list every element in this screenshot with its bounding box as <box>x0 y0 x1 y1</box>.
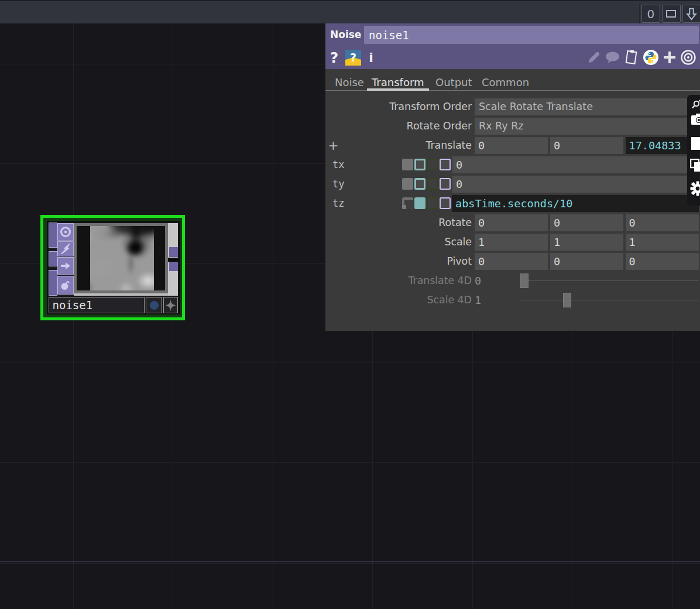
tab-noise[interactable]: Noise <box>335 72 364 92</box>
grid-line <box>0 462 700 463</box>
scale4d-value: 1 <box>475 292 481 309</box>
param-label[interactable]: Translate <box>325 137 472 154</box>
tab-output[interactable]: Output <box>435 72 472 92</box>
copy-parameters-button[interactable] <box>622 46 641 69</box>
help-button[interactable]: ? <box>327 46 342 69</box>
scale4d-slider-track[interactable] <box>520 300 699 301</box>
mode-expression-swatch[interactable] <box>414 159 426 170</box>
pivot-y-field[interactable]: 0 <box>550 253 623 270</box>
info-button[interactable]: i <box>365 46 378 69</box>
camera-icon <box>691 113 700 126</box>
param-label[interactable]: Rotate <box>325 214 472 231</box>
comment-button[interactable] <box>603 46 622 69</box>
mode-export-swatch[interactable] <box>427 159 438 170</box>
add-parameters-button[interactable] <box>660 46 679 69</box>
param-label[interactable]: Pivot <box>325 253 472 270</box>
parameter-dialog-header[interactable]: Noise noise1 ? ? i <box>325 23 700 69</box>
network-origin-line <box>0 563 700 563</box>
python-expressions-button[interactable] <box>642 46 660 69</box>
translate-x-field[interactable]: 0 <box>475 137 548 154</box>
node-cook-flag[interactable] <box>57 241 74 257</box>
mode-expression-swatch[interactable] <box>414 178 426 190</box>
scale-y-field[interactable]: 1 <box>550 234 623 251</box>
operator-name-field[interactable]: noise1 <box>364 26 699 44</box>
field-value: 0 <box>629 255 636 268</box>
tab-common[interactable]: Common <box>482 72 529 92</box>
viewer-rectangle-button[interactable] <box>662 5 681 23</box>
mode-bind-swatch[interactable] <box>440 159 451 170</box>
field-value: 1 <box>554 236 560 248</box>
mode-constant-swatch[interactable] <box>402 178 414 190</box>
bomb-icon <box>59 279 72 292</box>
param-row-rotate-order: Rotate Order Rx Ry Rz <box>325 118 700 135</box>
field-value: 0 <box>456 159 462 171</box>
layered-windows-icon <box>690 159 700 173</box>
side-tool-strip <box>687 95 700 206</box>
node-bypass-flag[interactable] <box>57 257 74 275</box>
node-star-flag[interactable] <box>163 297 178 313</box>
transform-order-menu[interactable]: Scale Rotate Translate <box>475 98 699 115</box>
network-origin-line <box>0 562 700 562</box>
node-viewer-frame[interactable] <box>74 223 168 296</box>
ty-value-field[interactable]: 0 <box>452 176 699 193</box>
camera-button[interactable] <box>691 113 700 126</box>
node-noise1[interactable]: noise1 <box>47 221 180 314</box>
dialog-icon-row: ? ? i <box>325 46 700 69</box>
mode-constant-swatch[interactable] <box>402 197 414 209</box>
rotate-order-menu[interactable]: Rx Ry Rz <box>475 118 699 135</box>
mode-expression-swatch-active[interactable] <box>414 197 426 209</box>
square-button[interactable] <box>691 137 700 150</box>
translate-y-field[interactable]: 0 <box>550 137 623 154</box>
node-lock-flag[interactable] <box>57 276 74 295</box>
menu-value: Scale Rotate Translate <box>479 101 593 112</box>
node-name-field[interactable]: noise1 <box>49 297 145 313</box>
node-display-flag[interactable] <box>146 297 162 313</box>
translate4d-slider-handle[interactable] <box>520 273 529 288</box>
pivot-x-field[interactable]: 0 <box>475 253 548 270</box>
param-row-tz: tz absTime.seconds/10 <box>325 195 700 212</box>
node-input-connector[interactable] <box>49 270 57 296</box>
tx-value-field[interactable]: 0 <box>452 156 699 173</box>
active-tab-underline <box>367 88 429 91</box>
translate4d-slider-track[interactable] <box>521 280 699 282</box>
scale-z-field[interactable]: 1 <box>626 234 699 251</box>
param-label[interactable]: Transform Order <box>325 98 472 115</box>
parameter-target-button[interactable] <box>680 46 697 69</box>
rotate-y-field[interactable]: 0 <box>550 214 623 231</box>
param-label[interactable]: Translate 4D <box>325 272 472 289</box>
mode-constant-swatch[interactable] <box>402 159 414 170</box>
edit-comment-button[interactable] <box>585 46 603 69</box>
down-arrow-button[interactable] <box>682 5 700 23</box>
mode-bind-swatch[interactable] <box>440 178 451 190</box>
rotate-x-field[interactable]: 0 <box>475 214 548 231</box>
node-name-row: noise1 <box>49 297 178 313</box>
node-input-connector[interactable] <box>49 223 57 248</box>
tz-expression-field[interactable]: absTime.seconds/10 <box>452 195 699 212</box>
tab-label: Common <box>482 76 529 88</box>
python-help-button[interactable]: ? <box>345 46 361 69</box>
menu-value: Rx Ry Rz <box>479 120 524 132</box>
field-value: 0 <box>554 139 560 152</box>
node-viewer-flag[interactable] <box>57 223 74 241</box>
scale4d-slider-handle[interactable] <box>563 293 571 307</box>
pivot-z-field[interactable]: 0 <box>626 253 699 270</box>
param-label[interactable]: Rotate Order <box>325 118 472 135</box>
mode-export-swatch[interactable] <box>427 197 438 209</box>
expression-value: absTime.seconds/10 <box>455 197 572 210</box>
layered-windows-button[interactable] <box>690 159 700 173</box>
frame-counter-button[interactable]: 0 <box>641 5 660 23</box>
node-output-connector[interactable] <box>169 247 178 257</box>
gear-button[interactable] <box>690 181 700 196</box>
tab-label: Noise <box>335 76 364 88</box>
scale-x-field[interactable]: 1 <box>475 234 548 251</box>
mode-export-swatch[interactable] <box>427 178 438 190</box>
param-label[interactable]: Scale 4D <box>325 292 472 309</box>
mode-bind-swatch[interactable] <box>440 197 451 209</box>
node-input-connector[interactable] <box>49 251 57 266</box>
plus-icon <box>663 50 677 64</box>
param-label[interactable]: Scale <box>325 234 472 251</box>
node-output-connector[interactable] <box>169 261 178 271</box>
rotate-z-field[interactable]: 0 <box>626 214 699 231</box>
node-output-gap <box>168 258 180 262</box>
rocket-button[interactable] <box>691 100 700 109</box>
